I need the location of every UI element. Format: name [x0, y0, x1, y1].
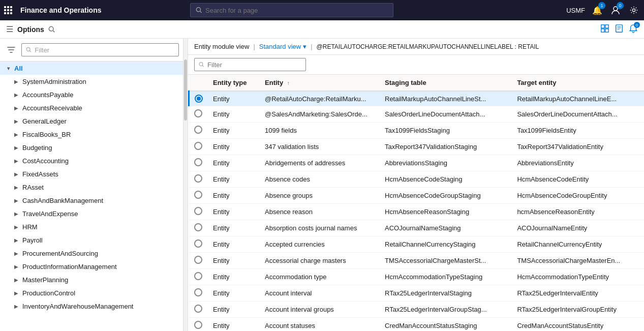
waffle-icon[interactable] [4, 6, 12, 14]
sidebar-search-input[interactable] [35, 46, 174, 54]
table-row[interactable]: Entity Absence codes HcmAbsenceCodeStagi… [189, 171, 645, 188]
table-row[interactable]: Entity Accommodation type HcmAccommodati… [189, 269, 645, 285]
sidebar-item-fiscalbooks_br[interactable]: ▶FiscalBooks_BR [0, 128, 183, 141]
expand-icon: ▶ [12, 249, 20, 257]
table-row[interactable]: Entity Accepted currencies RetailChannel… [189, 236, 645, 253]
table-row[interactable]: Entity Abridgements of addresses Abbrevi… [189, 155, 645, 171]
sidebar-item-label: Payroll [22, 236, 179, 244]
radio-button[interactable] [194, 126, 202, 134]
sidebar-item-generalledger[interactable]: ▶GeneralLedger [0, 114, 183, 128]
radio-cell[interactable] [189, 188, 208, 204]
content-filter-input[interactable] [194, 58, 306, 71]
col-staging-table[interactable]: Staging table [380, 75, 512, 91]
sidebar-item-fixedassets[interactable]: ▶FixedAssets [0, 167, 183, 180]
radio-cell[interactable] [189, 106, 208, 123]
radio-cell[interactable] [189, 171, 208, 188]
sidebar-item-costaccounting[interactable]: ▶CostAccounting [0, 154, 183, 167]
view-toggle-icon[interactable] [600, 24, 609, 35]
sidebar-scroll-thumb[interactable] [184, 59, 187, 121]
radio-cell[interactable] [189, 204, 208, 220]
search-input[interactable] [205, 7, 388, 14]
cell-entity: 347 validation lists [260, 139, 380, 155]
hamburger-icon[interactable]: ☰ [6, 24, 13, 34]
table-row[interactable]: Entity Accessorial charge masters TMSAcc… [189, 253, 645, 269]
radio-button[interactable] [194, 239, 202, 248]
sidebar-item-payroll[interactable]: ▶Payroll [0, 233, 183, 247]
radio-cell[interactable] [189, 302, 208, 318]
global-search[interactable] [190, 3, 393, 17]
table-row[interactable]: Entity Absence reason HcmAbsenceReasonSt… [189, 204, 645, 220]
radio-cell[interactable] [189, 236, 208, 253]
view-separator2: | [311, 43, 312, 50]
sidebar-item-all[interactable]: ▾All [0, 62, 183, 75]
radio-button[interactable] [194, 305, 202, 313]
table-row[interactable]: Entity Account interval groups RTax25Led… [189, 302, 645, 318]
radio-cell[interactable] [189, 91, 208, 106]
radio-button[interactable] [194, 109, 202, 117]
table-filter-input[interactable] [207, 61, 301, 69]
sidebar-item-travelandexpense[interactable]: ▶TravelAndExpense [0, 207, 183, 220]
gear-icon[interactable] [628, 4, 640, 16]
cell-staging-table: CredManAccountStatusStaging [380, 318, 512, 332]
radio-cell[interactable] [189, 220, 208, 236]
sidebar-item-inventoryandwarehousemanagement[interactable]: ▶InventoryAndWarehouseManagement [0, 299, 183, 313]
sidebar-item-rasset[interactable]: ▶RAsset [0, 180, 183, 194]
sidebar-item-hrm[interactable]: ▶HRM [0, 220, 183, 233]
bell-icon[interactable]: 🔔 1 [591, 4, 603, 16]
table-row[interactable]: Entity @SalesAndMarketing:SalesOrde... S… [189, 106, 645, 123]
radio-cell[interactable] [189, 139, 208, 155]
radio-button[interactable] [195, 95, 203, 103]
sidebar-item-masterplanning[interactable]: ▶MasterPlanning [0, 273, 183, 286]
sidebar-item-cashandbankmanagement[interactable]: ▶CashAndBankManagement [0, 194, 183, 207]
cell-target-entity: SalesOrderLineDocumentAttach... [512, 106, 644, 123]
content-header: Entity module view | Standard view ▾ | @… [188, 39, 644, 55]
radio-button[interactable] [194, 142, 202, 150]
radio-button[interactable] [194, 288, 202, 296]
user-badge-icon[interactable]: 0 [609, 4, 622, 16]
radio-button[interactable] [194, 223, 202, 231]
svg-rect-9 [605, 29, 608, 32]
radio-button[interactable] [194, 207, 202, 215]
radio-button[interactable] [194, 158, 202, 166]
sidebar-filter-icon[interactable] [4, 43, 18, 57]
radio-cell[interactable] [189, 269, 208, 285]
sidebar-item-productioncontrol[interactable]: ▶ProductionControl [0, 286, 183, 299]
radio-cell[interactable] [189, 123, 208, 139]
word-icon[interactable] [615, 24, 624, 35]
table-row[interactable]: Entity Account interval RTax25LedgerInte… [189, 285, 645, 302]
radio-button[interactable] [194, 256, 202, 264]
table-row[interactable]: Entity Account statuses CredManAccountSt… [189, 318, 645, 332]
sidebar-item-systemadministration[interactable]: ▶SystemAdministration [0, 75, 183, 88]
cell-entity: Accepted currencies [260, 236, 380, 253]
sidebar-search[interactable] [21, 43, 179, 56]
radio-button[interactable] [194, 272, 202, 280]
table-row[interactable]: Entity 1099 fields Tax1099FieldsStaging … [189, 123, 645, 139]
cell-entity-type: Entity [208, 236, 260, 253]
table-row[interactable]: Entity Absence groups HcmAbsenceCodeGrou… [189, 188, 645, 204]
col-target-entity[interactable]: Target entity [512, 75, 644, 91]
col-entity-type[interactable]: Entity type [208, 75, 260, 91]
svg-point-0 [196, 8, 200, 12]
sidebar-item-productinformationmanagement[interactable]: ▶ProductInformationManagement [0, 260, 183, 273]
col-entity[interactable]: Entity ↑ [260, 75, 380, 91]
table-row[interactable]: Entity 347 validation lists TaxReport347… [189, 139, 645, 155]
radio-cell[interactable] [189, 318, 208, 332]
sidebar-scroll-track[interactable] [183, 39, 188, 331]
cell-entity-type: Entity [208, 220, 260, 236]
sidebar-item-accountsreceivable[interactable]: ▶AccountsReceivable [0, 101, 183, 114]
radio-button[interactable] [194, 191, 202, 199]
sidebar-item-budgeting[interactable]: ▶Budgeting [0, 141, 183, 154]
notifications-icon[interactable]: 0 [629, 24, 638, 35]
sidebar-item-procurementandsourcing[interactable]: ▶ProcurementAndSourcing [0, 247, 183, 260]
radio-cell[interactable] [189, 155, 208, 171]
table-row[interactable]: Entity Absorption costs journal names AC… [189, 220, 645, 236]
filter-search-icon [199, 62, 204, 68]
table-row[interactable]: Entity @RetailAutoCharge:RetailMarku... … [189, 91, 645, 106]
radio-button[interactable] [194, 174, 202, 183]
sidebar-item-accountspayable[interactable]: ▶AccountsPayable [0, 88, 183, 101]
cell-staging-table: HcmAccommodationTypeStaging [380, 269, 512, 285]
radio-cell[interactable] [189, 285, 208, 302]
radio-button[interactable] [194, 321, 202, 329]
standard-view-selector[interactable]: Standard view ▾ [259, 43, 306, 50]
radio-cell[interactable] [189, 253, 208, 269]
